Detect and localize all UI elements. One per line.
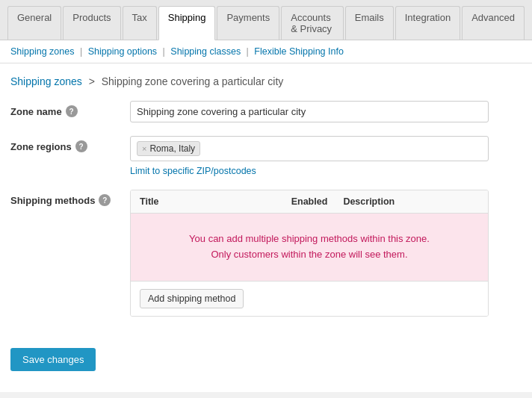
subnav-separator: | bbox=[77, 46, 84, 57]
sub-nav: Shipping zones | Shipping options | Ship… bbox=[0, 40, 532, 63]
tab-bar: GeneralProductsTaxShippingPaymentsAccoun… bbox=[0, 0, 532, 40]
zone-regions-field-cell: × Roma, Italy Limit to specific ZIP/post… bbox=[130, 136, 522, 176]
shipping-methods-help-icon[interactable]: ? bbox=[99, 194, 111, 206]
zone-regions-help-icon[interactable]: ? bbox=[75, 140, 87, 152]
zone-regions-input[interactable]: × Roma, Italy bbox=[130, 136, 489, 161]
add-shipping-method-button[interactable]: Add shipping method bbox=[140, 289, 244, 308]
main-content: Shipping zones > Shipping zone covering … bbox=[0, 63, 532, 392]
shipping-methods-field-cell: Title Enabled Description You can add mu… bbox=[130, 190, 522, 317]
tab-advanced[interactable]: Advanced bbox=[462, 6, 525, 40]
tab-emails[interactable]: Emails bbox=[345, 6, 394, 40]
tab-tax[interactable]: Tax bbox=[123, 6, 157, 40]
region-tag: × Roma, Italy bbox=[137, 141, 200, 156]
shipping-methods-label: Shipping methods bbox=[10, 195, 95, 206]
zone-name-field-cell bbox=[130, 101, 522, 122]
methods-table-header: Title Enabled Description bbox=[131, 190, 488, 214]
shipping-methods-table: Title Enabled Description You can add mu… bbox=[130, 190, 489, 317]
empty-line2: Only customers within the zone will see … bbox=[211, 249, 408, 260]
methods-empty-state: You can add multiple shipping methods wi… bbox=[131, 214, 488, 282]
zone-name-help-icon[interactable]: ? bbox=[66, 105, 78, 117]
limit-zip-link[interactable]: Limit to specific ZIP/postcodes bbox=[130, 166, 522, 176]
tab-shipping[interactable]: Shipping bbox=[158, 6, 216, 40]
zone-name-input[interactable] bbox=[130, 101, 489, 122]
zone-regions-label-cell: Zone regions ? bbox=[10, 136, 130, 152]
zone-name-label-cell: Zone name ? bbox=[10, 101, 130, 117]
breadcrumb: Shipping zones > Shipping zone covering … bbox=[10, 75, 522, 87]
methods-col-title: Title bbox=[140, 196, 276, 207]
methods-footer: Add shipping method bbox=[131, 282, 488, 316]
subnav-separator: | bbox=[160, 46, 167, 57]
zone-regions-label: Zone regions bbox=[10, 141, 72, 152]
subnav-link-shipping-options[interactable]: Shipping options bbox=[88, 46, 157, 57]
breadcrumb-current: Shipping zone covering a particular city bbox=[102, 75, 284, 87]
subnav-link-shipping-classes[interactable]: Shipping classes bbox=[170, 46, 241, 57]
methods-empty-text: You can add multiple shipping methods wi… bbox=[146, 231, 473, 263]
region-tag-label: Roma, Italy bbox=[149, 143, 195, 154]
shipping-methods-row: Shipping methods ? Title Enabled Descrip… bbox=[10, 190, 522, 317]
tab-general[interactable]: General bbox=[7, 6, 61, 40]
zone-regions-row: Zone regions ? × Roma, Italy Limit to sp… bbox=[10, 136, 522, 176]
subnav-link-shipping-zones[interactable]: Shipping zones bbox=[10, 46, 74, 57]
methods-col-enabled: Enabled bbox=[276, 196, 344, 207]
tab-accounts-privacy[interactable]: Accounts & Privacy bbox=[281, 6, 344, 40]
tab-integration[interactable]: Integration bbox=[395, 6, 460, 40]
shipping-methods-label-cell: Shipping methods ? bbox=[10, 190, 130, 206]
remove-tag-icon[interactable]: × bbox=[142, 144, 146, 153]
breadcrumb-separator: > bbox=[89, 75, 95, 87]
save-changes-button[interactable]: Save changes bbox=[10, 348, 96, 371]
tab-products[interactable]: Products bbox=[63, 6, 120, 40]
empty-line1: You can add multiple shipping methods wi… bbox=[189, 233, 430, 244]
methods-col-desc: Description bbox=[343, 196, 479, 207]
tab-payments[interactable]: Payments bbox=[217, 6, 279, 40]
breadcrumb-parent-link[interactable]: Shipping zones bbox=[10, 75, 82, 87]
subnav-link-flexible-shipping-info[interactable]: Flexible Shipping Info bbox=[254, 46, 344, 57]
zone-name-label: Zone name bbox=[10, 106, 62, 117]
zone-name-row: Zone name ? bbox=[10, 101, 522, 122]
subnav-separator: | bbox=[244, 46, 251, 57]
